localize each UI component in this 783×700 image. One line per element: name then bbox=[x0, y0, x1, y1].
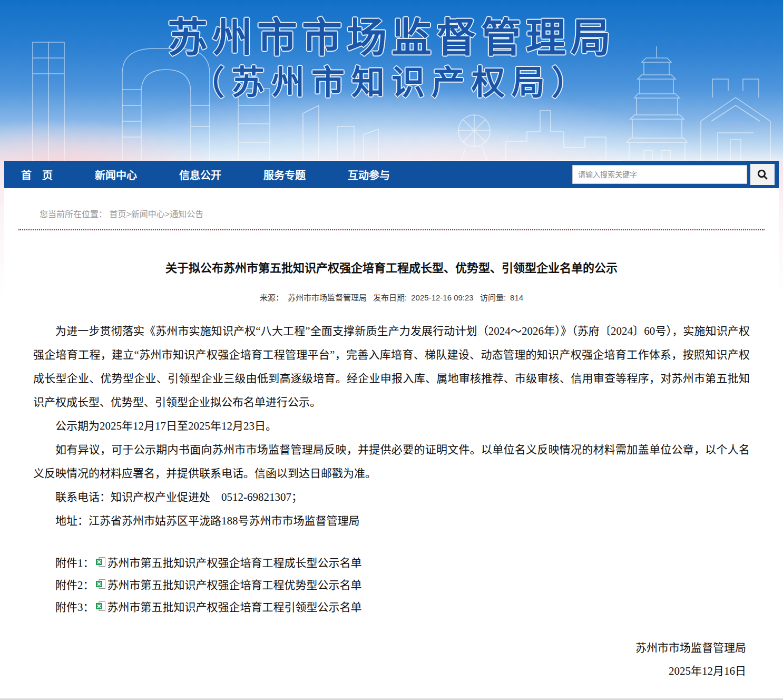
page-body: 首 页 新闻中心 信息公开 服务专题 互动参与 您当前所在位置： 首页>新闻中心… bbox=[0, 161, 783, 700]
excel-file-icon bbox=[95, 579, 106, 589]
article-meta: 来源：苏州市市场监督管理局 发布日期:2025-12-16 09:23 访问量:… bbox=[4, 291, 779, 303]
paragraph: 地址：江苏省苏州市姑苏区平泷路188号苏州市市场监督管理局 bbox=[33, 509, 750, 533]
meta-source-value: 苏州市市场监督管理局 bbox=[288, 293, 367, 302]
nav-item-service-topics[interactable]: 服务专题 bbox=[263, 167, 306, 182]
breadcrumb: 您当前所在位置： 首页>新闻中心>通知公告 bbox=[4, 188, 779, 220]
nav-item-news[interactable]: 新闻中心 bbox=[95, 167, 137, 182]
search-input[interactable] bbox=[572, 165, 747, 184]
site-banner: 苏州市市场监督管理局 （苏州市知识产权局） bbox=[0, 0, 783, 161]
site-title-line1: 苏州市市场监督管理局 bbox=[0, 18, 783, 58]
attachment-row: 附件1： 苏州市第五批知识产权强企培育工程成长型公示名单 bbox=[33, 551, 750, 573]
search-icon bbox=[757, 169, 768, 180]
search-area bbox=[572, 161, 775, 188]
site-title-line2: （苏州市知识产权局） bbox=[0, 66, 783, 99]
attachment-link-advantage[interactable]: 苏州市第五批知识产权强企培育工程优势型公示名单 bbox=[107, 576, 362, 592]
signature-date: 2025年12月16日 bbox=[4, 659, 746, 683]
meta-source-label: 来源： bbox=[260, 293, 283, 302]
attachment-link-leading[interactable]: 苏州市第五批知识产权强企培育工程引领型公示名单 bbox=[107, 598, 362, 614]
nav-item-info-disclosure[interactable]: 信息公开 bbox=[179, 167, 221, 182]
excel-file-icon bbox=[95, 601, 106, 611]
site-title: 苏州市市场监督管理局 （苏州市知识产权局） bbox=[0, 0, 783, 99]
dotted-divider bbox=[18, 229, 765, 230]
attachment-row: 附件3： 苏州市第五批知识产权强企培育工程引领型公示名单 bbox=[33, 595, 750, 617]
nav-item-home[interactable]: 首 页 bbox=[21, 167, 53, 182]
main-nav: 首 页 新闻中心 信息公开 服务专题 互动参与 bbox=[4, 161, 779, 188]
paragraph: 如有异议，可于公示期内书面向苏州市市场监督管理局反映，并提供必要的证明文件。以单… bbox=[33, 438, 750, 485]
meta-visits-label: 访问量: bbox=[480, 293, 506, 302]
attachment-row: 附件2： 苏州市第五批知识产权强企培育工程优势型公示名单 bbox=[33, 573, 750, 595]
attachment-link-growth[interactable]: 苏州市第五批知识产权强企培育工程成长型公示名单 bbox=[107, 554, 362, 570]
search-button[interactable] bbox=[750, 164, 775, 185]
excel-file-icon bbox=[95, 557, 106, 567]
paragraph: 公示期为2025年12月17日至2025年12月23日。 bbox=[33, 414, 750, 438]
meta-date-label: 发布日期: bbox=[373, 293, 407, 302]
content-panel: 您当前所在位置： 首页>新闻中心>通知公告 关于拟公布苏州市第五批知识产权强企培… bbox=[4, 188, 779, 700]
signature-org: 苏州市市场监督管理局 bbox=[4, 636, 746, 659]
article-signature: 苏州市市场监督管理局 2025年12月16日 bbox=[4, 636, 779, 683]
attachment-label: 附件3： bbox=[55, 598, 94, 614]
attachment-list: 附件1： 苏州市第五批知识产权强企培育工程成长型公示名单 附件2： 苏州市第五批… bbox=[4, 551, 779, 617]
breadcrumb-path[interactable]: 首页>新闻中心>通知公告 bbox=[109, 210, 203, 219]
paragraph: 为进一步贯彻落实《苏州市实施知识产权“八大工程”全面支撑新质生产力发展行动计划（… bbox=[33, 319, 750, 414]
nav-item-interaction[interactable]: 互动参与 bbox=[348, 167, 390, 182]
paragraph: 联系电话：知识产权产业促进处 0512-69821307； bbox=[33, 485, 750, 509]
article-title: 关于拟公布苏州市第五批知识产权强企培育工程成长型、优势型、引领型企业名单的公示 bbox=[4, 260, 779, 277]
attachment-label: 附件1： bbox=[55, 554, 94, 570]
article-body: 为进一步贯彻落实《苏州市实施知识产权“八大工程”全面支撑新质生产力发展行动计划（… bbox=[4, 319, 779, 533]
breadcrumb-prefix: 您当前所在位置： bbox=[40, 210, 107, 219]
attachment-label: 附件2： bbox=[55, 576, 94, 592]
meta-visits-value: 814 bbox=[510, 293, 523, 302]
meta-date-value: 2025-12-16 09:23 bbox=[411, 293, 473, 302]
